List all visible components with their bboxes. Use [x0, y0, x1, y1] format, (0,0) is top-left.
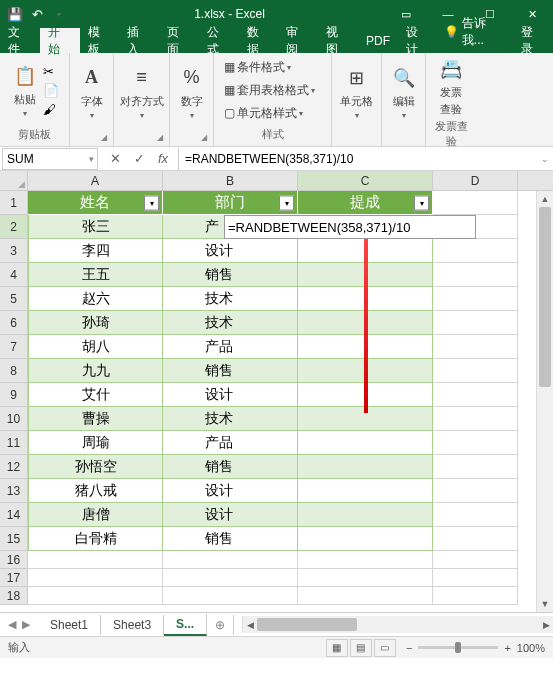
cell[interactable]: 设计	[163, 479, 298, 503]
cell[interactable]: 销售	[163, 359, 298, 383]
cell[interactable]	[298, 551, 433, 569]
cell[interactable]	[298, 455, 433, 479]
grid[interactable]: 姓名▾ 部门▾ 提成▾ 张三产李四设计王五销售赵六技术孙琦技术胡八产品九九销售艾…	[28, 191, 553, 612]
cell[interactable]	[433, 263, 518, 287]
cell[interactable]: 九九	[28, 359, 163, 383]
row-header-18[interactable]: 18	[0, 587, 27, 605]
page-layout-button[interactable]: ▤	[350, 639, 372, 657]
scrollbar-thumb[interactable]	[539, 207, 551, 387]
tell-me[interactable]: 💡告诉我...	[438, 11, 513, 53]
cell[interactable]	[433, 239, 518, 263]
row-header-9[interactable]: 9	[0, 383, 27, 407]
cell[interactable]	[433, 455, 518, 479]
cancel-formula-button[interactable]: ✕	[104, 149, 126, 169]
row-header-15[interactable]: 15	[0, 527, 27, 551]
cell[interactable]: 李四	[28, 239, 163, 263]
cell[interactable]: 胡八	[28, 335, 163, 359]
fx-button[interactable]: fx	[152, 149, 174, 169]
login-button[interactable]: 登录	[513, 28, 553, 53]
header-name[interactable]: 姓名▾	[28, 191, 163, 215]
cell[interactable]	[433, 569, 518, 587]
cell[interactable]: 孙悟空	[28, 455, 163, 479]
cell[interactable]: 技术	[163, 287, 298, 311]
horizontal-scrollbar[interactable]: ◀ ▶	[242, 616, 553, 633]
scroll-right-icon[interactable]: ▶	[539, 616, 553, 633]
cell[interactable]	[298, 503, 433, 527]
zoom-in-icon[interactable]: +	[504, 642, 510, 654]
dialog-launcher-icon[interactable]: ◢	[101, 133, 107, 142]
cell[interactable]: 孙琦	[28, 311, 163, 335]
undo-icon[interactable]: ↶	[30, 7, 44, 21]
row-header-13[interactable]: 13	[0, 479, 27, 503]
name-box[interactable]: SUM	[2, 148, 98, 170]
new-sheet-button[interactable]: ⊕	[207, 615, 234, 635]
tab-file[interactable]: 文件	[0, 28, 40, 53]
cell[interactable]	[433, 587, 518, 605]
cell[interactable]	[433, 431, 518, 455]
col-header-c[interactable]: C	[298, 171, 433, 190]
cell[interactable]	[298, 587, 433, 605]
select-all-corner[interactable]: ◢	[0, 171, 28, 191]
cell[interactable]: 曹操	[28, 407, 163, 431]
row-header-1[interactable]: 1	[0, 191, 27, 215]
cell[interactable]: 技术	[163, 311, 298, 335]
row-header-3[interactable]: 3	[0, 239, 27, 263]
cell[interactable]	[433, 359, 518, 383]
sheet-nav-prev-icon[interactable]: ◀	[8, 618, 16, 631]
save-icon[interactable]: 💾	[8, 7, 22, 21]
tab-review[interactable]: 审阅	[278, 28, 318, 53]
header-dept[interactable]: 部门▾	[163, 191, 298, 215]
tab-home[interactable]: 开始	[40, 28, 80, 53]
header-commission[interactable]: 提成▾	[298, 191, 433, 215]
cell[interactable]: 产品	[163, 335, 298, 359]
tab-view[interactable]: 视图	[318, 28, 358, 53]
cell[interactable]: 销售	[163, 263, 298, 287]
copy-icon[interactable]: 📄	[43, 83, 59, 98]
dialog-launcher-icon[interactable]: ◢	[201, 133, 207, 142]
cell[interactable]	[433, 287, 518, 311]
page-break-button[interactable]: ▭	[374, 639, 396, 657]
scroll-left-icon[interactable]: ◀	[243, 616, 257, 633]
row-header-4[interactable]: 4	[0, 263, 27, 287]
tab-insert[interactable]: 插入	[119, 28, 159, 53]
cell[interactable]	[28, 551, 163, 569]
cell[interactable]	[163, 569, 298, 587]
cell[interactable]: 唐僧	[28, 503, 163, 527]
col-header-d[interactable]: D	[433, 171, 518, 190]
row-header-12[interactable]: 12	[0, 455, 27, 479]
cut-icon[interactable]: ✂	[43, 64, 59, 79]
cell[interactable]	[298, 431, 433, 455]
paste-button[interactable]: 📋 粘贴 ▾	[11, 62, 39, 118]
dialog-launcher-icon[interactable]: ◢	[157, 133, 163, 142]
cell[interactable]: 销售	[163, 455, 298, 479]
cell[interactable]: 设计	[163, 503, 298, 527]
row-header-6[interactable]: 6	[0, 311, 27, 335]
col-header-a[interactable]: A	[28, 171, 163, 190]
cell[interactable]: 设计	[163, 383, 298, 407]
row-header-2[interactable]: 2	[0, 215, 27, 239]
number-button[interactable]: %数字▾	[178, 64, 206, 120]
row-header-8[interactable]: 8	[0, 359, 27, 383]
tab-formula[interactable]: 公式	[199, 28, 239, 53]
zoom-out-icon[interactable]: −	[406, 642, 412, 654]
cell[interactable]	[433, 503, 518, 527]
cell-style-button[interactable]: ▢单元格样式▾	[222, 104, 305, 123]
empty-cell[interactable]	[433, 191, 518, 215]
cell[interactable]: 设计	[163, 239, 298, 263]
row-header-5[interactable]: 5	[0, 287, 27, 311]
table-format-button[interactable]: ▦套用表格格式▾	[222, 81, 317, 100]
cell[interactable]: 技术	[163, 407, 298, 431]
cell[interactable]: 销售	[163, 527, 298, 551]
conditional-format-button[interactable]: ▦条件格式▾	[222, 58, 293, 77]
cell[interactable]	[433, 335, 518, 359]
sheet-nav-next-icon[interactable]: ▶	[22, 618, 30, 631]
cell[interactable]	[433, 479, 518, 503]
tab-template[interactable]: 模板	[80, 28, 120, 53]
row-header-10[interactable]: 10	[0, 407, 27, 431]
cell[interactable]	[298, 527, 433, 551]
col-header-b[interactable]: B	[163, 171, 298, 190]
row-header-17[interactable]: 17	[0, 569, 27, 587]
sheet-tab-3[interactable]: Sheet3	[101, 615, 164, 635]
confirm-formula-button[interactable]: ✓	[128, 149, 150, 169]
tab-data[interactable]: 数据	[239, 28, 279, 53]
